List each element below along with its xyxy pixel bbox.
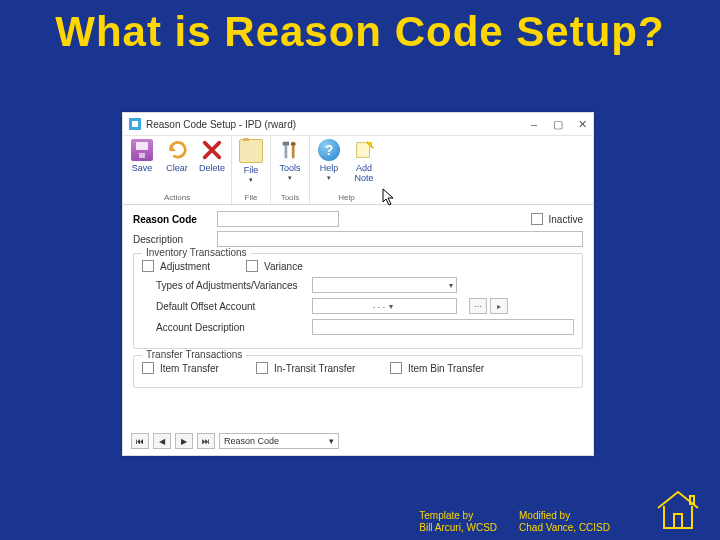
window-title: Reason Code Setup - IPD (rward) <box>146 119 296 130</box>
variance-checkbox[interactable] <box>246 260 258 272</box>
window-titlebar: Reason Code Setup - IPD (rward) – ▢ ✕ <box>123 113 593 136</box>
delete-button[interactable]: Delete <box>199 139 225 173</box>
ribbon-group-help-label: Help <box>316 193 377 202</box>
transfer-legend: Transfer Transactions <box>142 349 246 360</box>
slide-title: What is Reason Code Setup? <box>0 0 720 62</box>
account-description-label: Account Description <box>156 322 306 333</box>
folder-icon <box>239 139 263 163</box>
ribbon-group-actions: Save Clear Delete Actions <box>123 136 232 204</box>
file-label: File <box>244 165 259 175</box>
credit-modified-name: Chad Vance, CCISD <box>519 522 610 534</box>
credit-template-header: Template by <box>419 510 497 522</box>
item-bin-transfer-checkbox[interactable] <box>390 362 402 374</box>
home-button[interactable] <box>654 488 702 532</box>
types-label: Types of Adjustments/Variances <box>156 280 306 291</box>
intransit-transfer-label: In-Transit Transfer <box>274 363 384 374</box>
nav-next-button[interactable]: ▶ <box>175 433 193 449</box>
delete-icon <box>201 139 223 161</box>
nav-last-button[interactable]: ⏭ <box>197 433 215 449</box>
help-icon: ? <box>318 139 340 161</box>
chevron-down-icon: ▾ <box>329 436 334 446</box>
item-transfer-label: Item Transfer <box>160 363 250 374</box>
window-close-button[interactable]: ✕ <box>577 118 587 131</box>
adjustment-checkbox[interactable] <box>142 260 154 272</box>
offset-account-label: Default Offset Account <box>156 301 306 312</box>
clear-label: Clear <box>166 163 188 173</box>
credits: Template by Bill Arcuri, WCSD Modified b… <box>419 510 610 534</box>
chevron-down-icon: ▾ <box>288 175 292 180</box>
app-icon <box>129 118 141 130</box>
inactive-checkbox[interactable] <box>531 213 543 225</box>
window-maximize-button[interactable]: ▢ <box>553 118 563 131</box>
ribbon-group-help: ? Help ▾ Add Note Help <box>310 136 383 204</box>
reason-code-label: Reason Code <box>133 214 211 225</box>
inactive-label: Inactive <box>549 214 583 225</box>
save-label: Save <box>132 163 153 173</box>
ribbon-group-tools-label: Tools <box>277 193 303 202</box>
home-icon <box>654 488 702 532</box>
tools-label: Tools <box>280 163 301 173</box>
svg-point-5 <box>369 142 373 146</box>
description-label: Description <box>133 234 211 245</box>
tools-icon <box>279 139 301 161</box>
save-button[interactable]: Save <box>129 139 155 173</box>
help-label: Help <box>320 163 339 173</box>
offset-expand-button[interactable]: ▸ <box>490 298 508 314</box>
ribbon-group-actions-label: Actions <box>129 193 225 202</box>
tools-button[interactable]: Tools ▾ <box>277 139 303 180</box>
add-note-label: Add Note <box>355 163 374 183</box>
ribbon-group-file: File ▾ File <box>232 136 271 204</box>
svg-rect-3 <box>291 143 296 146</box>
form-panel: Reason Code Inactive Description Invento… <box>123 205 593 396</box>
description-input[interactable] <box>217 231 583 247</box>
ribbon-group-tools: Tools ▾ Tools <box>271 136 310 204</box>
svg-rect-4 <box>357 143 370 158</box>
window-minimize-button[interactable]: – <box>529 118 539 131</box>
add-note-button[interactable]: Add Note <box>351 139 377 183</box>
credit-template-name: Bill Arcuri, WCSD <box>419 522 497 534</box>
inventory-legend: Inventory Transactions <box>142 247 251 258</box>
file-button[interactable]: File ▾ <box>238 139 264 182</box>
undo-icon <box>166 139 188 161</box>
account-description-input[interactable] <box>312 319 574 335</box>
help-button[interactable]: ? Help ▾ <box>316 139 342 180</box>
reason-code-input[interactable] <box>217 211 339 227</box>
adjustment-label: Adjustment <box>160 261 240 272</box>
app-window: Reason Code Setup - IPD (rward) – ▢ ✕ Sa… <box>122 112 594 456</box>
credit-modified-header: Modified by <box>519 510 610 522</box>
chevron-down-icon: ▾ <box>249 177 253 182</box>
item-transfer-checkbox[interactable] <box>142 362 154 374</box>
nav-by-select[interactable]: Reason Code▾ <box>219 433 339 449</box>
delete-label: Delete <box>199 163 225 173</box>
intransit-transfer-checkbox[interactable] <box>256 362 268 374</box>
types-select[interactable] <box>312 277 457 293</box>
item-bin-transfer-label: Item Bin Transfer <box>408 363 484 374</box>
nav-prev-button[interactable]: ◀ <box>153 433 171 449</box>
record-navigator: ⏮ ◀ ▶ ⏭ Reason Code▾ <box>131 433 339 449</box>
svg-rect-6 <box>674 514 682 528</box>
offset-lookup-button[interactable]: ⋯ <box>469 298 487 314</box>
inventory-transactions-group: Inventory Transactions Adjustment Varian… <box>133 253 583 349</box>
clear-button[interactable]: Clear <box>164 139 190 173</box>
nav-first-button[interactable]: ⏮ <box>131 433 149 449</box>
svg-rect-1 <box>283 142 289 146</box>
save-icon <box>131 139 153 161</box>
offset-account-select[interactable]: - - - <box>312 298 457 314</box>
chevron-down-icon: ▾ <box>327 175 331 180</box>
note-icon <box>353 139 375 161</box>
variance-label: Variance <box>264 261 303 272</box>
transfer-transactions-group: Transfer Transactions Item Transfer In-T… <box>133 355 583 388</box>
ribbon: Save Clear Delete Actions <box>123 136 593 205</box>
ribbon-group-file-label: File <box>238 193 264 202</box>
